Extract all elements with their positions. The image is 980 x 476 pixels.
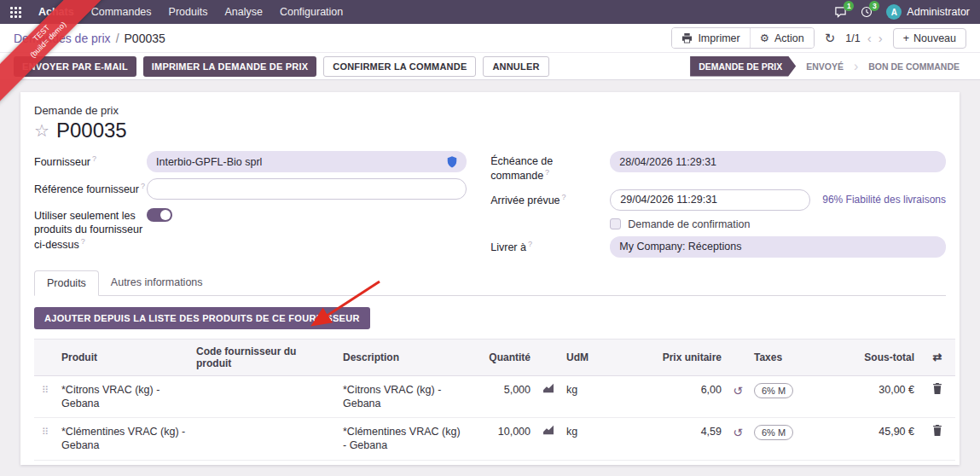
confirmation-label: Demande de confirmation — [628, 218, 750, 230]
confirm-order-button[interactable]: CONFIRMER LA COMMANDE — [323, 56, 476, 77]
line-qty[interactable]: 5,000 — [466, 375, 536, 418]
refresh-icon[interactable]: ↻ — [825, 31, 836, 46]
forecast-column-header — [536, 339, 561, 375]
col-produit[interactable]: Produit — [56, 339, 191, 375]
tab-autres-informations[interactable]: Autres informations — [99, 270, 215, 295]
order-deadline-field[interactable]: 28/04/2026 11:29:31 — [610, 151, 946, 172]
add-from-vendor-list-button[interactable]: AJOUTER DEPUIS LA LISTE DES PRODUITS DE … — [34, 307, 370, 329]
col-taxes[interactable]: Taxes — [749, 339, 827, 375]
status-step-po[interactable]: BON DE COMMANDE — [861, 61, 966, 72]
line-description[interactable]: *Clémentines VRAC (kg) - Gebana — [338, 418, 466, 461]
activities-badge: 3 — [869, 1, 879, 11]
deliver-to-field[interactable]: My Company: Réceptions — [610, 236, 946, 258]
print-rfq-button[interactable]: IMPRIMER LA DEMANDE DE PRIX — [143, 56, 316, 77]
line-qty[interactable]: 10,000 — [466, 418, 536, 461]
price-history-icon[interactable]: ↺ — [733, 384, 743, 398]
print-button[interactable]: Imprimer — [672, 28, 749, 48]
top-navbar: Achats Commandes Produits Analyse Config… — [0, 0, 980, 24]
apps-grid-icon[interactable] — [10, 7, 21, 18]
pager-next-icon[interactable]: › — [879, 31, 883, 45]
help-marker: ? — [562, 193, 566, 201]
order-line-row[interactable]: ⠿ *Citrons VRAC (kg) - Gebana *Citrons V… — [34, 375, 955, 418]
col-description[interactable]: Description — [338, 339, 466, 375]
tax-tag[interactable]: 6% M — [754, 425, 793, 440]
send-by-email-button[interactable]: ENVOYER PAR E-MAIL — [14, 56, 136, 77]
status-step-rfq[interactable]: DEMANDE DE PRIX — [690, 56, 796, 77]
col-udm[interactable]: UdM — [561, 339, 631, 375]
history-column-header — [727, 339, 749, 375]
menu-analyse[interactable]: Analyse — [224, 6, 262, 18]
drag-handle-icon[interactable]: ⠿ — [42, 427, 49, 437]
handle-column-header — [34, 339, 56, 375]
action-button[interactable]: ⚙ Action — [750, 28, 814, 48]
line-product[interactable]: *Citrons VRAC (kg) - Gebana — [56, 375, 191, 418]
price-history-icon[interactable]: ↺ — [733, 426, 743, 439]
print-action-button-group: Imprimer ⚙ Action — [671, 27, 814, 49]
table-header-row: Produit Code fournisseur du produit Desc… — [34, 339, 955, 375]
confirmation-checkbox[interactable] — [610, 218, 621, 229]
line-product[interactable]: *Clémentines VRAC (kg) - Gebana — [56, 418, 191, 461]
line-unit-price[interactable]: 6,00 — [631, 375, 727, 418]
internal-user-shield-icon[interactable] — [447, 156, 457, 168]
line-description[interactable]: *Citrons VRAC (kg) - Gebana — [338, 375, 466, 418]
odoo-purchase-rfq-screen: Achats Commandes Produits Analyse Config… — [0, 0, 980, 476]
tab-produits[interactable]: Produits — [34, 270, 99, 296]
document-type-label: Demande de prix — [34, 104, 946, 117]
col-prix-unitaire[interactable]: Prix unitaire — [631, 339, 727, 375]
delete-line-icon[interactable] — [932, 425, 942, 436]
record-pager: 1/1 ‹ › — [845, 31, 882, 45]
line-subtotal: 30,00 € — [827, 375, 919, 418]
field-group-right: Échéance de commande? 28/04/2026 11:29:3… — [490, 151, 946, 264]
user-menu[interactable]: A Administrator — [886, 4, 970, 20]
main-content: Demande de prix ☆ P00035 Fournisseur? In… — [0, 80, 980, 476]
field-group-left: Fournisseur? Interbio-GPFL-Bio sprl Réfé… — [34, 151, 467, 264]
app-menu-achats[interactable]: Achats — [38, 6, 74, 18]
menu-configuration[interactable]: Configuration — [280, 6, 343, 18]
spacer-label — [490, 217, 610, 220]
plus-icon: + — [903, 32, 909, 44]
order-lines-table: Produit Code fournisseur du produit Desc… — [34, 339, 955, 461]
vendor-label: Fournisseur? — [34, 151, 147, 169]
line-vendor-code[interactable] — [191, 375, 338, 418]
optional-columns-icon[interactable]: ⇄ — [933, 351, 942, 363]
help-marker: ? — [141, 182, 145, 190]
order-line-row[interactable]: ⠿ *Clémentines VRAC (kg) - Gebana *Cléme… — [34, 418, 955, 461]
col-sous-total[interactable]: Sous-total — [827, 339, 919, 375]
favorite-star-icon[interactable]: ☆ — [34, 120, 49, 141]
menu-produits[interactable]: Produits — [169, 6, 208, 18]
forecast-chart-icon[interactable] — [542, 425, 554, 435]
notebook-tabs: Produits Autres informations — [34, 270, 946, 296]
vendor-ref-input[interactable] — [147, 178, 467, 200]
form-statusbar: ENVOYER PAR E-MAIL IMPRIMER LA DEMANDE D… — [0, 53, 980, 80]
help-marker: ? — [92, 154, 96, 163]
menu-commandes[interactable]: Commandes — [91, 6, 152, 18]
col-quantite[interactable]: Quantité — [466, 339, 536, 375]
only-vendor-products-toggle[interactable] — [147, 208, 172, 222]
products-tab-panel: AJOUTER DEPUIS LA LISTE DES PRODUITS DE … — [34, 296, 946, 465]
new-button[interactable]: + Nouveau — [893, 28, 966, 49]
drag-handle-icon[interactable]: ⠿ — [42, 385, 49, 395]
line-unit-price[interactable]: 4,59 — [631, 418, 727, 461]
user-name: Administrator — [907, 6, 970, 18]
line-uom[interactable]: kg — [561, 375, 631, 418]
line-uom[interactable]: kg — [561, 418, 631, 461]
form-sheet: Demande de prix ☆ P00035 Fournisseur? In… — [20, 92, 960, 465]
expected-arrival-label: Arrivée prévue? — [490, 189, 610, 207]
messages-button[interactable]: 1 — [834, 6, 847, 18]
status-step-sent[interactable]: ENVOYÉ — [799, 61, 850, 72]
pager-value: 1/1 — [845, 32, 860, 44]
col-code-fournisseur[interactable]: Code fournisseur du produit — [191, 339, 338, 375]
help-marker: ? — [528, 240, 532, 248]
expected-arrival-input[interactable] — [610, 189, 810, 211]
forecast-chart-icon[interactable] — [542, 383, 554, 393]
user-avatar: A — [886, 4, 902, 20]
line-vendor-code[interactable] — [191, 418, 338, 461]
delete-line-icon[interactable] — [932, 383, 942, 394]
vendor-field[interactable]: Interbio-GPFL-Bio sprl — [147, 151, 467, 172]
status-steps: DEMANDE DE PRIX ENVOYÉ › BON DE COMMANDE — [690, 56, 966, 77]
cancel-button[interactable]: ANNULER — [483, 56, 548, 77]
tax-tag[interactable]: 6% M — [754, 383, 793, 398]
pager-previous-icon[interactable]: ‹ — [867, 31, 872, 45]
breadcrumb-parent-link[interactable]: Demandes de prix — [14, 32, 111, 45]
activities-button[interactable]: 3 — [861, 6, 873, 18]
